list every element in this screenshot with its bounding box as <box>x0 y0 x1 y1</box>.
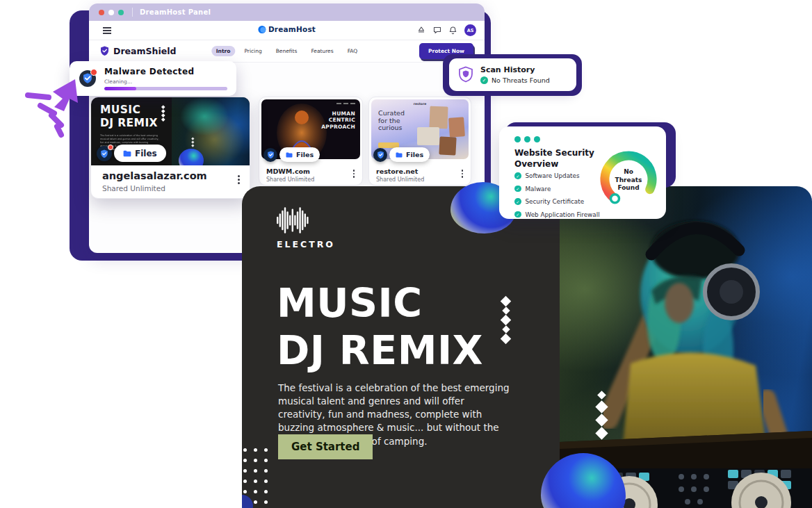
close-window-button[interactable] <box>99 10 104 15</box>
collage-photo <box>417 127 439 145</box>
card-dots-decoration <box>514 136 540 142</box>
collage-photo <box>429 106 448 129</box>
cleaning-progress-bar <box>104 87 227 90</box>
restore-more-menu[interactable] <box>462 170 464 178</box>
check-icon: ✓ <box>514 186 521 192</box>
security-overview-card: Website Security Overview ✓Software Upda… <box>499 126 666 219</box>
threat-badge <box>108 145 113 150</box>
electro-logo-text: ELECTRO <box>277 239 335 249</box>
angela-shield-icon <box>97 146 112 161</box>
thumb-title-music: MUSIC <box>100 105 140 116</box>
cursor-click-icon <box>21 75 85 141</box>
hero-section: ELECTRO MUSIC DJ REMIX The festival is a… <box>242 186 560 508</box>
hero-title-line2: DJ REMIX <box>277 331 483 370</box>
angela-files-button[interactable]: Files <box>114 145 166 162</box>
mdwm-more-menu[interactable] <box>353 170 355 178</box>
cleaning-progress-fill <box>104 87 136 90</box>
gauge-indicator <box>611 195 619 203</box>
chat-icon[interactable] <box>433 26 441 34</box>
dreamshield-title: DreamShield <box>113 46 176 56</box>
mdwm-thumb-nav <box>336 103 355 104</box>
dreamshield-header: DreamShield Intro Pricing Benefits Featu… <box>89 40 485 63</box>
malware-title: Malware Detected <box>104 67 227 76</box>
menu-icon[interactable] <box>103 27 111 35</box>
site-plan: Shared Unlimited <box>102 184 165 192</box>
window-title: DreamHost Panel <box>140 8 211 16</box>
collage-photo <box>439 136 456 155</box>
gauge-label: No Threats Found <box>612 168 644 192</box>
get-started-button[interactable]: Get Started <box>278 434 373 459</box>
angela-more-menu[interactable] <box>238 175 240 184</box>
scan-status: No Threats Found <box>492 76 550 84</box>
angela-thumbnail[interactable]: MUSIC DJ REMIX The festival is a celebra… <box>91 97 250 165</box>
check-icon: ✓ <box>480 76 488 84</box>
site-domain[interactable]: restore.net <box>376 167 418 175</box>
nav-benefits[interactable]: Benefits <box>271 46 302 56</box>
photo-diamond-decoration <box>597 392 606 438</box>
scan-shield-icon <box>458 66 473 83</box>
thumb-title-djremix: DJ REMIX <box>100 118 158 129</box>
site-domain[interactable]: angelasalazar.com <box>102 170 207 181</box>
security-title: Website Security Overview <box>514 148 594 170</box>
malware-status: Cleaning... <box>104 79 227 85</box>
collage-photo <box>448 117 465 137</box>
hero-diamond-decoration <box>502 297 510 343</box>
electro-logo: ELECTRO <box>277 207 335 249</box>
scan-title: Scan History <box>480 65 550 74</box>
thumb-diamonds <box>162 106 165 121</box>
soundwave-icon <box>277 207 310 233</box>
site-domain[interactable]: MDWM.com <box>266 167 310 175</box>
window-titlebar: DreamHost Panel <box>89 3 485 21</box>
check-icon: ✓ <box>514 172 521 179</box>
site-card-restore: restore Curated for the curious Files re… <box>368 97 471 186</box>
security-checklist: ✓Software Updates ✓Malware ✓Security Cer… <box>514 172 600 218</box>
security-item: ✓Web Application Firewall <box>514 211 600 218</box>
page: DreamHost Panel DreamHost AS DreamSh <box>0 0 812 508</box>
restore-shield-icon <box>373 148 387 162</box>
mdwm-files-button[interactable]: Files <box>279 147 320 162</box>
mdwm-thumb-headline: HUMAN CENTRIC APPROACH <box>321 110 355 130</box>
dreamhost-logo-icon <box>258 26 266 33</box>
bell-icon[interactable] <box>449 26 457 35</box>
titlebar-divider <box>132 8 133 17</box>
folder-icon <box>286 152 293 158</box>
hero-title-line1: MUSIC <box>277 284 423 323</box>
dreamshield-brand: DreamShield <box>100 46 176 56</box>
avatar[interactable]: AS <box>464 24 476 36</box>
dreamshield-shield-icon <box>100 46 109 56</box>
site-plan: Shared Unlimited <box>266 177 314 183</box>
dreamhost-logo[interactable]: DreamHost <box>258 25 316 33</box>
nav-faq[interactable]: FAQ <box>343 46 363 56</box>
site-plan: Shared Unlimited <box>376 177 424 183</box>
site-card-mdwm: HUMAN CENTRIC APPROACH Files MDWM.com Sh… <box>259 97 363 186</box>
maximize-window-button[interactable] <box>118 10 124 15</box>
thumb-diamonds-2 <box>192 138 194 147</box>
upload-icon[interactable] <box>417 26 425 34</box>
scan-history-card: Scan History ✓ No Threats Found <box>449 58 576 91</box>
malware-alert-badge <box>90 69 97 76</box>
site-card-angelasalazar: MUSIC DJ REMIX The festival is a celebra… <box>90 97 250 199</box>
restore-files-button[interactable]: Files <box>389 147 430 162</box>
minimize-window-button[interactable] <box>108 10 114 15</box>
restore-thumb-headline: Curated for the curious <box>378 110 410 132</box>
mdwm-shield-icon <box>263 148 277 162</box>
security-item: ✓Malware <box>514 186 600 192</box>
folder-icon <box>396 152 403 158</box>
nav-intro[interactable]: Intro <box>211 46 236 56</box>
folder-icon <box>123 150 131 157</box>
nav-features[interactable]: Features <box>306 46 338 56</box>
nav-pricing[interactable]: Pricing <box>239 46 266 56</box>
dreamshield-nav: Intro Pricing Benefits Features FAQ <box>211 46 362 56</box>
browser-toolbar: DreamHost AS <box>89 21 485 40</box>
security-item: ✓Security Certificate <box>514 198 600 205</box>
malware-card: Malware Detected Cleaning... <box>70 61 236 96</box>
check-icon: ✓ <box>514 198 521 205</box>
security-item: ✓Software Updates <box>514 172 600 179</box>
threat-gauge: No Threats Found <box>596 147 660 211</box>
check-icon: ✓ <box>514 211 521 218</box>
